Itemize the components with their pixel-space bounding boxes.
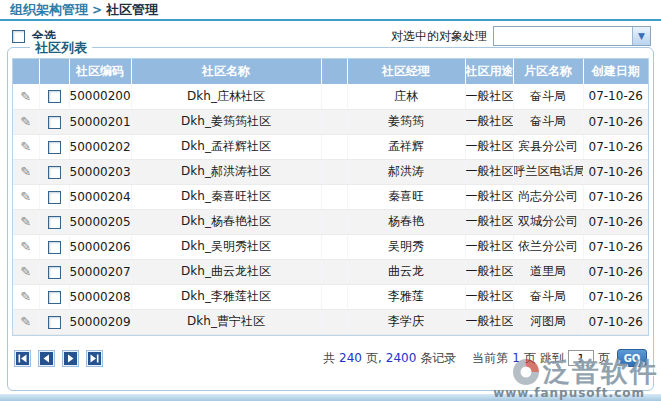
manager-cell: 曲云龙 [347,259,465,284]
prev-page-button[interactable] [38,350,55,367]
table-row: ✎50000204Dkh_秦喜旺社区秦喜旺一般社区尚志分公司07-10-26 [13,184,648,209]
name-cell: Dkh_吴明秀社区 [131,234,321,259]
code-cell: 50000203 [69,159,131,184]
pages-suffix: 页, [366,350,382,367]
district-cell: 河图局 [513,309,583,334]
usage-cell: 一般社区 [465,259,513,284]
community-list-panel: 社区列表 社区编码社区名称社区经理社区用途片区名称创建日期 ✎50000200D… [7,47,654,391]
total-records: 2400 [386,351,417,365]
table-row: ✎50000203Dkh_郝洪涛社区郝洪涛一般社区呼兰区电话局07-10-26 [13,159,648,184]
row-checkbox[interactable] [48,141,61,154]
col-header-usage: 社区用途 [465,59,513,84]
created-cell: 07-10-26 [583,184,648,209]
edit-cell: ✎ [13,309,39,334]
row-checkbox[interactable] [48,291,61,304]
edit-icon[interactable]: ✎ [20,139,31,154]
name-cell: Dkh_郝洪涛社区 [131,159,321,184]
edit-cell: ✎ [13,109,39,134]
go-button[interactable]: GO [617,349,647,367]
col-header-manager: 社区经理 [347,59,465,84]
usage-cell: 一般社区 [465,184,513,209]
current-suffix: 页 [524,350,536,367]
manager-cell: 秦喜旺 [347,184,465,209]
edit-icon[interactable]: ✎ [20,239,31,254]
checkbox-cell [39,84,69,109]
current-prefix: 当前第 [472,350,508,367]
manager-cell: 李学庆 [347,309,465,334]
table-row: ✎50000207Dkh_曲云龙社区曲云龙一般社区道里局07-10-26 [13,259,648,284]
action-select[interactable]: ▼ [493,26,651,46]
current-page: 1 [512,351,520,365]
manager-cell: 孟祥辉 [347,134,465,159]
code-cell: 50000200 [69,84,131,109]
code-cell: 50000202 [69,134,131,159]
jump-page-input[interactable] [568,350,594,366]
usage-cell: 一般社区 [465,134,513,159]
manager-cell: 李雅莲 [347,284,465,309]
row-checkbox[interactable] [48,116,61,129]
panel-legend: 社区列表 [30,39,92,57]
row-checkbox[interactable] [48,216,61,229]
edit-icon[interactable]: ✎ [20,189,31,204]
edit-cell: ✎ [13,284,39,309]
edit-icon[interactable]: ✎ [20,114,31,129]
edit-cell: ✎ [13,234,39,259]
records-suffix: 条记录 [420,350,456,367]
table-row: ✎50000206Dkh_吴明秀社区吴明秀一般社区依兰分公司07-10-26 [13,234,648,259]
pager-buttons [14,350,103,367]
chevron-down-icon[interactable]: ▼ [632,27,650,45]
district-cell: 尚志分公司 [513,184,583,209]
edit-icon[interactable]: ✎ [20,164,31,179]
code-cell: 50000205 [69,209,131,234]
last-page-button[interactable] [86,350,103,367]
col-header-created: 创建日期 [583,59,648,84]
table-row: ✎50000205Dkh_杨春艳社区杨春艳一般社区双城分公司07-10-26 [13,209,648,234]
spacer-cell [321,84,347,109]
table-row: ✎50000208Dkh_李雅莲社区李雅莲一般社区奋斗局07-10-26 [13,284,648,309]
district-cell: 奋斗局 [513,109,583,134]
spacer-cell [321,234,347,259]
row-checkbox[interactable] [48,191,61,204]
edit-cell: ✎ [13,209,39,234]
name-cell: Dkh_杨春艳社区 [131,209,321,234]
row-checkbox[interactable] [48,266,61,279]
next-page-button[interactable] [62,350,79,367]
table-body: ✎50000200Dkh_庄林社区庄林一般社区奋斗局07-10-26✎50000… [13,84,648,334]
code-cell: 50000201 [69,109,131,134]
first-page-button[interactable] [14,350,31,367]
row-checkbox[interactable] [48,166,61,179]
created-cell: 07-10-26 [583,134,648,159]
district-cell: 道里局 [513,259,583,284]
checkbox-cell [39,209,69,234]
manager-cell: 郝洪涛 [347,159,465,184]
row-checkbox[interactable] [48,241,61,254]
row-checkbox[interactable] [48,316,61,329]
created-cell: 07-10-26 [583,109,648,134]
manager-cell: 杨春艳 [347,209,465,234]
checkbox-cell [39,309,69,334]
checkbox-cell [39,259,69,284]
action-label: 对选中的对象处理 [391,28,487,45]
controls-row: 全选 对选中的对象处理 ▼ [0,24,661,48]
breadcrumb-separator: > [92,3,102,17]
edit-icon[interactable]: ✎ [20,314,31,329]
edit-icon[interactable]: ✎ [20,214,31,229]
code-cell: 50000207 [69,259,131,284]
edit-icon[interactable]: ✎ [20,89,31,104]
edit-cell: ✎ [13,84,39,109]
checkbox-cell [39,134,69,159]
edit-icon[interactable]: ✎ [20,289,31,304]
bottom-strip [0,394,661,401]
edit-icon[interactable]: ✎ [20,264,31,279]
breadcrumb-parent-link[interactable]: 组织架构管理 [10,1,88,19]
col-header-edit-empty [13,59,39,84]
spacer-cell [321,109,347,134]
name-cell: Dkh_秦喜旺社区 [131,184,321,209]
prev-page-icon [42,354,51,363]
total-pages: 240 [339,351,362,365]
name-cell: Dkh_庄林社区 [131,84,321,109]
row-checkbox[interactable] [48,90,61,103]
select-all-checkbox[interactable] [12,30,25,43]
spacer-cell [321,284,347,309]
table-header: 社区编码社区名称社区经理社区用途片区名称创建日期 [13,59,648,84]
